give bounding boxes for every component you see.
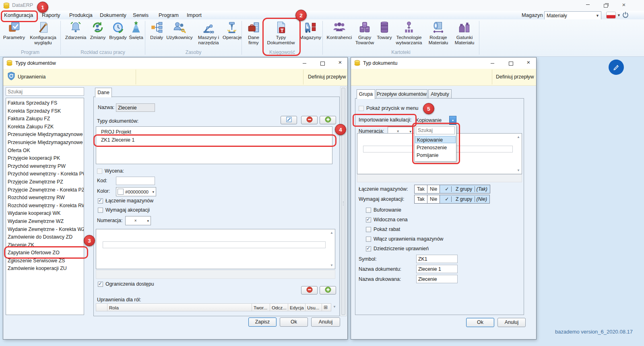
ribbon-button-dane-firmy[interactable]: Dane firmy xyxy=(246,21,262,45)
right-minimize-button[interactable] xyxy=(486,60,498,67)
ograniczenia-dostepu-checkbox[interactable] xyxy=(98,282,103,287)
scroll-down-icon[interactable]: ▼ xyxy=(330,264,333,267)
language-flag-icon[interactable] xyxy=(606,12,616,20)
anuluj-button-left[interactable]: Anuluj xyxy=(311,317,340,327)
sub-doc-row-zk1[interactable]: ZK1 Zlecenie 1 xyxy=(96,136,332,144)
roles-header-odczyt[interactable]: Odcz... xyxy=(270,304,288,311)
panel-scrollbar[interactable] xyxy=(340,86,347,316)
ribbon-button-maszyny[interactable]: Maszyny i narzędzia xyxy=(195,21,222,45)
right-maximize-button[interactable] xyxy=(505,61,517,68)
wlacz-uprawnienia-checkbox[interactable] xyxy=(366,237,371,242)
remove-doc-type-button[interactable] xyxy=(301,116,318,124)
left-window-titlebar[interactable]: Typy dokumentów × xyxy=(3,58,347,69)
nazwa-input[interactable] xyxy=(116,103,155,112)
ribbon-button-kontrahenci[interactable]: Kontrahenci xyxy=(326,21,353,40)
magazyn-combobox[interactable]: Materiały ▼ xyxy=(544,11,601,20)
seg-z-grupy[interactable]: ✓ Z grupy (Nie) xyxy=(440,195,489,203)
numeracja-combobox[interactable]: × ▾ xyxy=(125,216,151,225)
laczenie-magazynow-checkbox[interactable] xyxy=(98,198,103,204)
ribbon-button-swieta[interactable]: Święta xyxy=(128,21,144,40)
main-minimize-button[interactable] xyxy=(581,2,594,10)
doc-type-list-item[interactable]: Wydanie kooperacji WK xyxy=(6,210,84,218)
clear-icon[interactable]: × xyxy=(134,218,137,223)
seg-nie[interactable]: Nie xyxy=(427,185,440,193)
ribbon-button-konfiguracja-wygladu[interactable]: Konfiguracja wyglądu xyxy=(27,21,59,45)
doc-type-list-item[interactable]: Faktura Zakupu FZ xyxy=(6,115,84,123)
wycena-checkbox[interactable] xyxy=(97,169,102,174)
anuluj-button-right[interactable]: Anuluj xyxy=(497,318,526,327)
definiuj-przeplyw-button-right[interactable]: Definiuj przepływ xyxy=(496,74,534,80)
doc-type-list-item[interactable]: Korekta Zakupu FZK xyxy=(6,123,84,131)
scrollbar-thumb[interactable] xyxy=(341,88,345,315)
ribbon-button-towary[interactable]: Towary xyxy=(376,21,393,40)
right-close-button[interactable]: × xyxy=(522,59,535,66)
doc-type-list-item[interactable]: Korekta Sprzedaży FSK xyxy=(6,107,84,115)
add-doc-type-button[interactable] xyxy=(320,116,336,124)
sub-doc-row-proj[interactable]: PROJ Projekt xyxy=(96,128,332,136)
symbol-input[interactable] xyxy=(416,255,458,263)
buforowanie-checkbox[interactable] xyxy=(366,208,371,213)
pokaz-przycisk-checkbox[interactable] xyxy=(359,106,364,111)
ribbon-button-gatunki-materialu[interactable]: Gatunki Materiału xyxy=(452,21,477,45)
dropdown-search-input[interactable] xyxy=(416,126,455,134)
ribbon-button-zmiany[interactable]: Zmiany xyxy=(89,21,107,40)
edit-annotation-fab[interactable] xyxy=(609,60,624,75)
scroll-up-icon[interactable]: ▲ xyxy=(517,135,520,139)
chevron-down-icon[interactable]: ▾ xyxy=(408,130,413,134)
menu-dokumenty[interactable]: Dokumenty xyxy=(100,12,126,18)
right-window-titlebar[interactable]: Typ dokumentu × xyxy=(351,58,536,69)
ribbon-button-technologie[interactable]: Technologie wytwarzania xyxy=(394,21,424,45)
tab-przeplyw-dokumentow[interactable]: Przepływ dokumentów xyxy=(376,89,427,99)
menu-program[interactable]: Program xyxy=(159,12,179,18)
chevron-down-icon[interactable]: ▼ xyxy=(594,14,601,18)
remove-role-button[interactable] xyxy=(301,286,318,295)
dropdown-option-pomijanie[interactable]: Pomijanie xyxy=(415,152,456,159)
doc-search-input[interactable] xyxy=(6,87,84,96)
tab-atrybuty[interactable]: Atrybuty xyxy=(428,89,452,99)
ribbon-button-typy-dokumentow[interactable]: Typy Dokumentów xyxy=(264,21,297,45)
table-scroll-down-icon[interactable]: ▼ xyxy=(333,305,336,309)
doc-type-list-item[interactable]: Zamówienie kooperacji ZU xyxy=(6,265,84,273)
dropdown-option-kopiowanie[interactable]: Kopiowanie xyxy=(415,136,456,143)
ribbon-button-brygady[interactable]: Brygady xyxy=(108,21,128,40)
dziedziczenie-checkbox[interactable] xyxy=(366,246,371,251)
roles-header-usuwanie[interactable]: Usu... xyxy=(305,304,322,311)
main-close-button[interactable]: × xyxy=(617,1,631,9)
roles-header-rola[interactable]: Rola xyxy=(107,304,252,311)
menu-konfiguracja[interactable]: Konfiguracja xyxy=(4,12,33,18)
doc-type-list-item[interactable]: Przychód wewnętrzny PW xyxy=(6,163,84,171)
ok-button-right[interactable]: Ok xyxy=(466,318,494,327)
doc-type-list-item[interactable]: Przesunięcie Międzymagazynowe Pr xyxy=(6,131,84,139)
ribbon-button-rodzaje-materialu[interactable]: Rodzaje Materiału xyxy=(426,21,451,45)
roles-header-edycja[interactable]: Edycja xyxy=(288,304,305,311)
nazwa-dokumentu-input[interactable] xyxy=(416,265,458,273)
tab-dane[interactable]: Dane xyxy=(95,88,112,97)
doc-type-list-item[interactable]: Wydanie Zewnętrzne WZ xyxy=(6,218,84,226)
seg-nie[interactable]: Nie xyxy=(427,195,440,203)
chevron-down-icon[interactable]: ▾ xyxy=(145,219,151,223)
seg-tak[interactable]: Tak xyxy=(415,185,427,193)
doc-type-list-item[interactable]: Oferta OK xyxy=(6,147,84,155)
doc-type-list-item[interactable]: Przyjęcie Zewnętrzne PZ xyxy=(6,178,84,186)
doc-type-list-item[interactable]: Wydanie Zewnętrzne - Korekta WZK xyxy=(6,226,84,234)
seg-z-grupy[interactable]: ✓ Z grupy (Tak) xyxy=(440,185,490,193)
ribbon-button-dzialy[interactable]: Działy xyxy=(149,21,165,40)
scroll-up-icon[interactable]: ▲ xyxy=(330,231,333,235)
doc-type-list-item[interactable]: Przesunięcie Międzymagazynowe Rc xyxy=(6,139,84,147)
doc-type-list-item[interactable]: Rozchód wewnętrzny RW xyxy=(6,194,84,202)
chevron-down-icon[interactable]: ▾ xyxy=(151,190,156,194)
left-minimize-button[interactable] xyxy=(298,60,310,67)
tab-grupa[interactable]: Grupa xyxy=(357,89,375,99)
empty-row[interactable] xyxy=(103,241,326,248)
doc-type-list-item[interactable]: Zamówienie do Dostawcy ZD xyxy=(6,233,84,241)
wymagaj-akceptacji-checkbox[interactable] xyxy=(98,208,103,213)
menu-import[interactable]: Import xyxy=(187,12,202,18)
ribbon-button-zdarzenia[interactable]: Zdarzenia xyxy=(64,21,87,40)
left-maximize-button[interactable] xyxy=(316,61,328,68)
left-close-button[interactable]: × xyxy=(334,59,346,66)
doc-type-list-item[interactable]: Przyjęcie Zewnętrzne - Korekta PZK xyxy=(6,186,84,194)
ribbon-button-parametry[interactable]: Parametry xyxy=(2,21,27,40)
ribbon-button-grupy-towarow[interactable]: Grupy Towarów xyxy=(354,21,375,45)
ribbon-button-uzytkownicy[interactable]: Użytkownicy xyxy=(166,21,193,40)
ok-button-left[interactable]: Ok xyxy=(280,317,308,327)
